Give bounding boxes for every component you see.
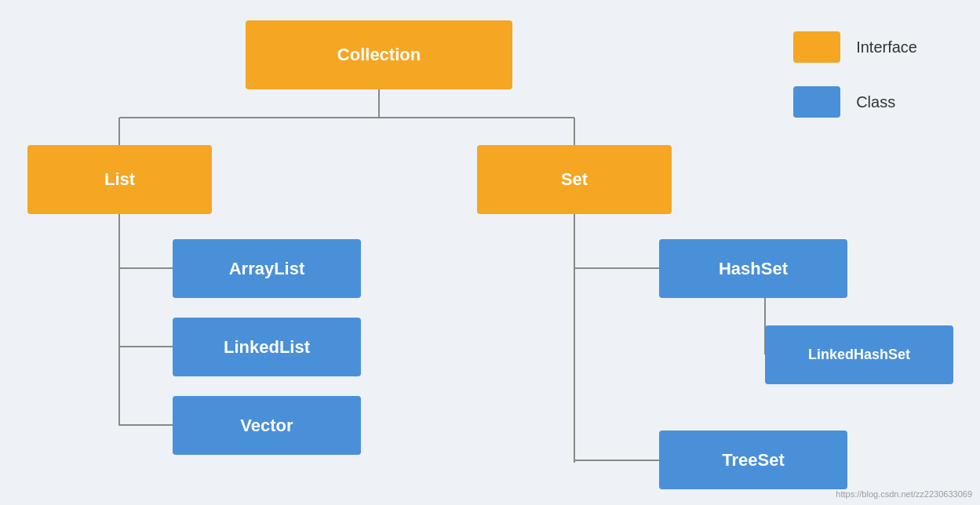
node-collection: Collection <box>246 20 512 89</box>
node-treeset: TreeSet <box>659 431 847 489</box>
node-linkedlist: LinkedList <box>173 318 361 376</box>
node-set: Set <box>477 145 672 214</box>
legend-class-box <box>793 86 840 118</box>
legend-interface: Interface <box>793 31 917 63</box>
legend-interface-label: Interface <box>856 38 917 56</box>
watermark: https://blog.csdn.net/zz2230633069 <box>836 489 972 499</box>
node-vector: Vector <box>173 396 361 455</box>
diagram-container: Collection List Set ArrayList LinkedList… <box>0 0 980 505</box>
legend-class-label: Class <box>856 93 895 111</box>
legend-interface-box <box>793 31 840 63</box>
legend-class: Class <box>793 86 917 118</box>
node-arraylist: ArrayList <box>173 239 361 298</box>
legend: Interface Class <box>793 31 917 118</box>
node-hashset: HashSet <box>659 239 847 298</box>
node-linkedhashset: LinkedHashSet <box>765 325 953 384</box>
node-list: List <box>27 145 212 214</box>
